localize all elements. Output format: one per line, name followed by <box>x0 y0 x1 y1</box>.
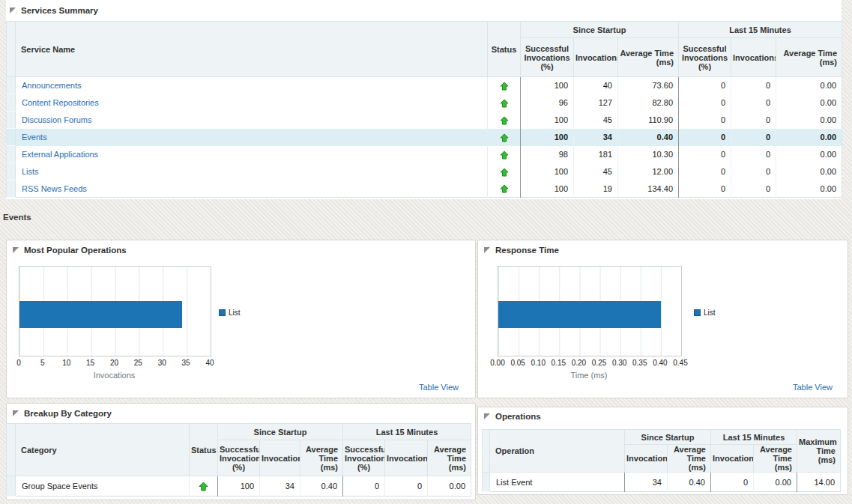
chart-legend: List <box>694 309 716 317</box>
metric-cell: 100 <box>521 129 574 146</box>
collapse-triangle-icon[interactable] <box>484 247 490 253</box>
col-header-maximum-time: Maximum Time (ms) <box>797 430 841 473</box>
collapse-triangle-icon[interactable] <box>13 247 19 253</box>
tick-label: 5 <box>40 359 45 367</box>
metric-cell: 0.40 <box>618 129 679 146</box>
row-selector[interactable] <box>7 112 16 129</box>
col-header-service-name: Service Name <box>16 22 488 77</box>
metric-cell: 0.00 <box>776 163 842 180</box>
metric-cell: 100 <box>521 77 574 94</box>
status-up-arrow-icon <box>500 82 509 91</box>
table-row[interactable]: Group Space Events 100 34 0.40 0 0 0.00 <box>7 476 471 497</box>
tick-label: 0.00 <box>490 359 504 367</box>
group-header-last-15-minutes: Last 15 Minutes <box>711 430 797 445</box>
events-section-heading: Events <box>3 213 31 222</box>
table-row[interactable]: Content Repositories 96 127 82.80 0 0 0.… <box>7 94 842 112</box>
x-axis-title: Invocations <box>19 371 210 380</box>
row-selector[interactable] <box>7 476 16 497</box>
metric-cell: 10.30 <box>618 146 679 163</box>
metric-cell: 96 <box>521 94 574 112</box>
service-name-link[interactable]: Announcements <box>22 81 82 90</box>
tick-label: 30 <box>158 359 166 367</box>
status-up-arrow-icon <box>500 99 509 108</box>
response-time-panel: Response Time 0.00 0.05 0.10 0.15 0.20 0… <box>477 240 848 398</box>
table-row[interactable]: Announcements 100 40 73.60 0 0 0.00 <box>7 77 842 94</box>
service-name-link[interactable]: Content Repositories <box>22 98 99 107</box>
group-header-since-startup: Since Startup <box>521 22 679 38</box>
col-header-status: Status <box>190 424 218 476</box>
col-header-invocations: Invocations <box>260 440 300 476</box>
response-time-title: Response Time <box>495 246 559 255</box>
service-name-link[interactable]: External Applications <box>22 150 98 159</box>
service-name-link[interactable]: Lists <box>22 167 39 176</box>
metric-cell: 0.00 <box>776 94 842 112</box>
most-popular-operations-title: Most Popular Operations <box>24 246 127 255</box>
legend-swatch-icon <box>219 309 226 316</box>
metric-cell: 0 <box>731 163 776 180</box>
col-header-successful-invocations: Successful Invocations (%) <box>218 440 260 476</box>
metric-cell: 0 <box>731 180 776 198</box>
row-selector-header <box>483 430 490 473</box>
collapse-triangle-icon[interactable] <box>13 410 19 416</box>
table-row[interactable]: External Applications 98 181 10.30 0 0 0… <box>7 146 842 163</box>
metric-cell: 0.00 <box>776 180 842 198</box>
metric-cell: 100 <box>521 163 574 180</box>
row-selector[interactable] <box>7 146 16 163</box>
tick-label: 15 <box>86 359 94 367</box>
metric-cell: 0.00 <box>754 473 797 492</box>
row-selector[interactable] <box>483 473 490 492</box>
metric-cell: 14.00 <box>797 473 841 492</box>
col-header-average-time: Average Time (ms) <box>776 38 842 77</box>
table-view-link[interactable]: Table View <box>793 383 833 392</box>
metric-cell: 0 <box>711 473 754 492</box>
row-selector[interactable] <box>7 163 16 180</box>
services-summary-title: Services Summary <box>21 6 98 15</box>
group-header-since-startup: Since Startup <box>625 430 711 445</box>
x-axis-ticks: 0.00 0.05 0.10 0.15 0.20 0.25 0.30 0.35 … <box>498 359 680 369</box>
collapse-triangle-icon[interactable] <box>10 7 16 13</box>
metric-cell: 0.00 <box>776 77 842 94</box>
chart-legend: List <box>219 309 241 317</box>
table-row[interactable]: Discussion Forums 100 45 110.90 0 0 0.00 <box>7 112 842 129</box>
service-name-link[interactable]: RSS News Feeds <box>22 184 87 193</box>
row-selector[interactable] <box>7 180 16 198</box>
metric-cell: 0 <box>679 129 731 146</box>
table-row[interactable]: List Event 34 0.40 0 0.00 14.00 <box>483 473 841 492</box>
row-selector-header <box>7 22 16 77</box>
metric-cell: 19 <box>574 180 618 198</box>
metric-cell: 40 <box>574 77 618 94</box>
row-selector[interactable] <box>7 94 16 112</box>
col-header-successful-invocations: Successful Invocations (%) <box>521 38 574 77</box>
metric-cell: 0 <box>731 146 776 163</box>
row-selector[interactable] <box>7 129 16 146</box>
operations-panel: Operations Operation Since Startup Last … <box>477 407 848 495</box>
metric-cell: 0 <box>731 129 776 146</box>
table-view-link[interactable]: Table View <box>419 383 459 392</box>
service-name-link[interactable]: Events <box>22 133 47 142</box>
metric-cell: 0 <box>731 112 776 129</box>
response-time-header: Response Time <box>484 246 559 255</box>
metric-cell: 34 <box>260 476 300 497</box>
row-selector[interactable] <box>7 77 16 94</box>
tick-label: 0.25 <box>592 359 606 367</box>
metric-cell: 100 <box>218 476 260 497</box>
service-name-link[interactable]: Discussion Forums <box>22 115 92 124</box>
response-time-bar-chart <box>498 266 682 356</box>
metric-cell: 0 <box>731 77 776 94</box>
status-up-arrow-icon <box>500 168 509 177</box>
breakup-table: Category Status Since Startup Last 15 Mi… <box>6 423 471 497</box>
table-row-selected[interactable]: Events 100 34 0.40 0 0 0.00 <box>7 129 842 146</box>
table-row[interactable]: Lists 100 45 12.00 0 0 0.00 <box>7 163 842 180</box>
col-header-average-time: Average Time (ms) <box>754 445 797 473</box>
breakup-by-category-title: Breakup By Category <box>24 409 112 418</box>
col-header-successful-invocations: Successful Invocations (%) <box>343 440 385 476</box>
metric-cell: 100 <box>521 112 574 129</box>
metric-cell: 0.00 <box>776 129 842 146</box>
metric-cell: 73.60 <box>618 77 679 94</box>
invocations-bar-chart <box>19 266 211 356</box>
table-row[interactable]: RSS News Feeds 100 19 134.40 0 0 0.00 <box>7 180 842 198</box>
group-header-last-15-minutes: Last 15 Minutes <box>679 22 842 38</box>
legend-label: List <box>229 309 241 317</box>
collapse-triangle-icon[interactable] <box>484 413 490 419</box>
status-up-arrow-icon <box>500 116 509 125</box>
